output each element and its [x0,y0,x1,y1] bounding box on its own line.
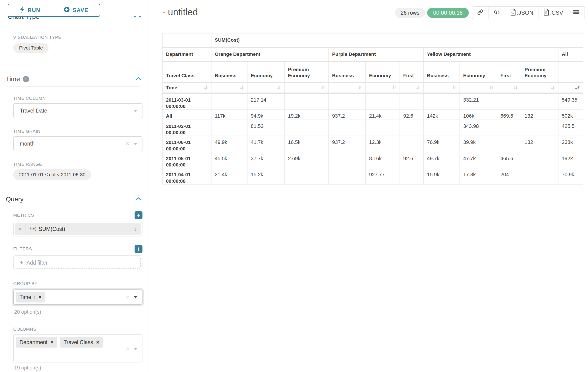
pivot-cell: 927.77 [366,168,400,184]
sort-icon[interactable] [276,85,282,90]
travel-class-dimension-label: Travel Class [162,61,211,82]
pivot-row-label: 2011-06-01 00:00:00 [162,136,211,152]
export-csv-button[interactable]: .CSV [538,7,568,19]
filters-box: + Add filter [13,255,142,270]
collapse-chevron-icon[interactable] [136,77,142,81]
pivot-class-header: Premium Economy [284,61,329,82]
sort-descending-icon[interactable] [575,85,580,90]
sort-icon[interactable] [550,85,555,90]
remove-tag-icon[interactable]: × [39,295,42,300]
save-button[interactable]: SAVE [52,4,100,17]
section-divider [6,207,141,207]
add-filter-plus-button[interactable]: + [135,245,142,253]
groupby-select[interactable]: Time i × × [13,289,142,305]
pivot-cell: 142k [423,109,460,120]
time-section-header: Time i [6,75,142,83]
sort-icon[interactable] [489,85,494,90]
sort-icon[interactable] [239,85,244,90]
pivot-cell: 465.6 [497,152,521,168]
time-column-label: TIME COLUMN [13,96,142,101]
sort-icon[interactable] [452,85,457,90]
add-filter-button[interactable]: + Add filter [15,257,141,268]
time-range-value[interactable]: 2011-01-01 ≤ col < 2011-06-30 [13,169,91,180]
run-button[interactable]: RUN [8,4,52,17]
share-link-button[interactable] [472,7,488,19]
pivot-row-label: 2011-03-01 00:00:00 [162,93,211,109]
menu-button[interactable] [568,7,585,19]
dropdown-caret-icon[interactable] [134,110,137,112]
pivot-cell: 502k [558,109,583,120]
pivot-cell: 217.14 [247,93,284,109]
time-grain-select[interactable]: month × [13,136,142,151]
pivot-cell [366,93,400,109]
sort-icon[interactable] [415,85,420,90]
dropdown-caret-icon[interactable] [134,143,137,145]
pivot-sort-cell [521,82,558,93]
pivot-cell [329,120,366,136]
pivot-cell: 21.4k [366,109,400,120]
sort-icon[interactable] [203,85,208,90]
pivot-cell: 238k [558,136,583,152]
link-icon [477,9,483,17]
pivot-cell: 132 [521,109,558,120]
filters-label: FILTERS [13,246,32,252]
metric-header-row: SUM(Cost) [162,33,583,47]
pivot-cell [521,93,558,109]
clear-icon[interactable]: × [126,346,129,352]
hamburger-icon [573,9,580,16]
pivot-cell: 204 [497,168,521,184]
dropdown-caret-icon[interactable] [134,296,137,298]
add-metric-button[interactable]: + [135,211,142,219]
expand-metric-icon[interactable]: › [130,223,141,235]
sort-icon[interactable] [357,85,363,90]
pivot-cell: 937.2 [329,136,366,152]
columns-select[interactable]: Department × Travel Class × × [13,334,142,362]
sort-icon[interactable] [392,85,397,90]
view-query-button[interactable] [488,7,505,19]
export-json-button[interactable]: .JSON [505,7,538,19]
pivot-sort-cell [400,82,423,93]
visualization-type-value[interactable]: Pivot Table [13,43,49,53]
pivot-row-label: 2011-05-01 00:00:00 [162,152,211,168]
remove-metric-icon[interactable]: × [15,223,26,235]
pivot-corner-cell [162,33,211,47]
columns-tag: Department × [16,337,57,348]
pivot-cell: 45.5k [211,152,247,168]
remove-tag-icon[interactable]: × [96,340,99,345]
pivot-sort-cell [366,82,400,93]
remove-tag-icon[interactable]: × [51,340,53,345]
pivot-cell [423,93,460,109]
time-column-select[interactable]: Travel Date [13,103,142,118]
tag-info-icon[interactable]: i [34,295,35,300]
pivot-table: SUM(Cost)DepartmentOrange DepartmentPurp… [162,33,583,185]
clear-icon[interactable]: × [126,140,129,147]
pivot-sort-cell [211,82,247,93]
sort-icon[interactable] [321,85,326,90]
pivot-group-header: Yellow Department [423,47,558,61]
pivot-cell: 19.2k [284,109,329,120]
pivot-cell: 94.9k [247,109,284,120]
travel-class-header-row: Travel ClassBusinessEconomyPremium Econo… [162,61,583,82]
sort-icon[interactable] [513,85,518,90]
pivot-cell: 343.98 [460,120,497,136]
metric-item[interactable]: × ƒ(x) SUM(Cost) › [15,223,141,235]
pivot-class-header: Economy [366,61,400,82]
pivot-sort-cell [497,82,521,93]
department-header-row: DepartmentOrange DepartmentPurple Depart… [162,47,583,61]
chart-title[interactable]: - untitled [162,7,198,17]
pivot-cell: 8.16k [366,152,400,168]
sidebar-scrollbar[interactable] [147,0,148,372]
pivot-metric-header: SUM(Cost) [211,33,583,47]
dropdown-caret-icon[interactable] [134,348,137,350]
pivot-cell: 37.7k [247,152,284,168]
pivot-cell: 76.9k [423,136,460,152]
panel-divider [150,0,150,372]
pivot-class-header: First [497,61,521,82]
time-range-label: TIME RANGE [13,162,142,167]
collapse-chevron-icon[interactable] [136,197,142,202]
clear-icon[interactable]: × [126,294,129,300]
pivot-group-header: All [558,47,583,61]
pivot-class-header: Business [329,61,366,82]
section-divider [8,24,141,24]
export-toolbar: .JSON .CSV [472,6,585,19]
